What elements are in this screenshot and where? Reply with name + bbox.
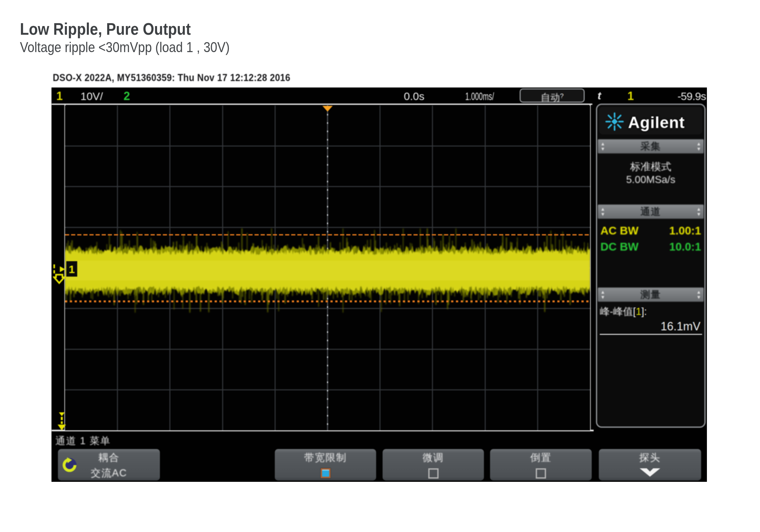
svg-text:1: 1 (69, 263, 75, 275)
